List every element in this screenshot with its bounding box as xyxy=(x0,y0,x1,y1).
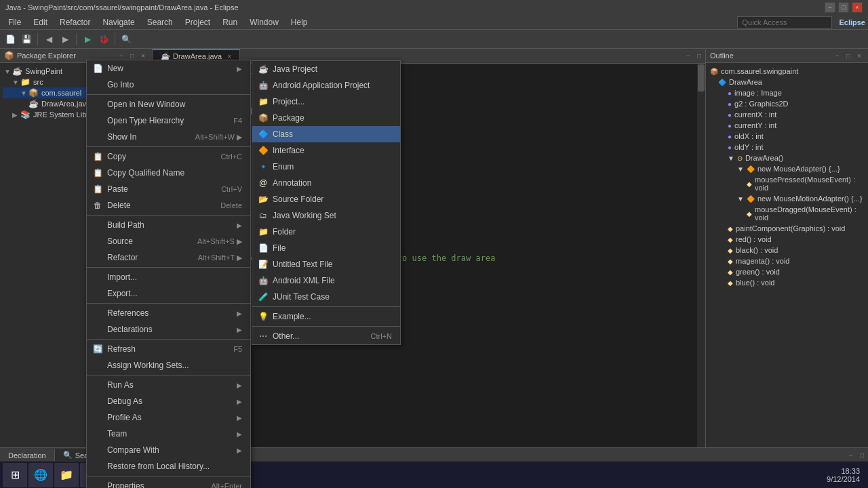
ctx-item-export[interactable]: Export... xyxy=(87,285,250,302)
ctx-item-copy[interactable]: 📋 Copy Ctrl+C xyxy=(87,148,250,165)
submenu-java-project[interactable]: ☕ Java Project xyxy=(252,61,400,77)
editor-minimize[interactable]: − xyxy=(684,52,693,61)
menu-run[interactable]: Run xyxy=(217,16,243,28)
submenu-annotation[interactable]: @ Annotation xyxy=(252,175,400,191)
menu-edit[interactable]: Edit xyxy=(28,16,53,28)
menu-refactor[interactable]: Refactor xyxy=(54,16,96,28)
submenu-interface[interactable]: 🔶 Interface xyxy=(252,142,400,159)
ctx-item-show-in[interactable]: Show In Alt+Shift+W ▶ xyxy=(87,129,250,145)
submenu-project[interactable]: 📁 Project... xyxy=(252,94,400,110)
outline-item-currentx[interactable]: ● currentX : int xyxy=(709,109,865,120)
outline-item-motionadapter[interactable]: ▼ 🔶 new MouseMotionAdapter() {...} xyxy=(709,193,865,204)
ctx-item-declarations[interactable]: Declarations ▶ xyxy=(87,321,250,338)
menu-navigate[interactable]: Navigate xyxy=(97,16,140,28)
taskbar-explorer[interactable]: 📁 xyxy=(54,463,79,487)
outline-item-currenty[interactable]: ● currentY : int xyxy=(709,120,865,131)
submenu-working-set[interactable]: 🗂 Java Working Set xyxy=(252,207,400,224)
submenu-enum[interactable]: 🔹 Enum xyxy=(252,159,400,175)
ctx-item-open-type-hierarchy[interactable]: Open Type Hierarchy F4 xyxy=(87,113,250,129)
submenu-android-project[interactable]: 🤖 Android Application Project xyxy=(252,77,400,94)
toolbar-save[interactable]: 💾 xyxy=(19,32,34,47)
menu-search[interactable]: Search xyxy=(142,16,178,28)
ctx-item-copy-qualified[interactable]: 📋 Copy Qualified Name xyxy=(87,165,250,181)
toolbar-debug[interactable]: 🐞 xyxy=(96,32,111,47)
ctx-item-import[interactable]: Import... xyxy=(87,269,250,285)
ctx-item-refactor[interactable]: Refactor Alt+Shift+T ▶ xyxy=(87,249,250,266)
toolbar-new[interactable]: 📄 xyxy=(3,32,18,47)
outline-item-image[interactable]: ● image : Image xyxy=(709,87,865,98)
bottom-minimize[interactable]: − xyxy=(846,451,856,460)
submenu-folder[interactable]: 📁 Folder xyxy=(252,224,400,240)
submenu-android-xml[interactable]: 🤖 Android XML File xyxy=(252,272,400,289)
outline-item-g2[interactable]: ● g2 : Graphics2D xyxy=(709,98,865,109)
ctx-item-run-as[interactable]: Run As ▶ xyxy=(87,377,250,393)
ctx-item-source[interactable]: Source Alt+Shift+S ▶ xyxy=(87,233,250,249)
outline-maximize[interactable]: □ xyxy=(844,51,853,60)
outline-minimize[interactable]: − xyxy=(833,51,842,60)
outline-close[interactable]: × xyxy=(854,51,864,60)
toolbar-run[interactable]: ▶ xyxy=(80,32,95,47)
outline-item-black[interactable]: ◆ black() : void xyxy=(709,245,865,256)
ctx-item-references[interactable]: References ▶ xyxy=(87,305,250,321)
outline-item-mouseadapter[interactable]: ▼ 🔶 new MouseAdapter() {...} xyxy=(709,163,865,174)
ctx-item-open-new-window[interactable]: Open in New Window xyxy=(87,96,250,113)
outline-item-drawarea-ctor[interactable]: ▼ ⊙ DrawArea() xyxy=(709,152,865,163)
close-button[interactable]: × xyxy=(852,2,863,13)
ctx-item-debug-as[interactable]: Debug As ▶ xyxy=(87,393,250,409)
ctx-item-go-into[interactable]: Go Into xyxy=(87,77,250,93)
submenu-other[interactable]: ⋯ Other... Ctrl+N xyxy=(252,328,400,344)
taskbar-start[interactable]: ⊞ xyxy=(3,463,27,487)
menu-project[interactable]: Project xyxy=(180,16,216,28)
outline-item-green[interactable]: ◆ green() : void xyxy=(709,266,865,277)
editor-scrollbar[interactable] xyxy=(697,64,705,447)
ctx-item-new[interactable]: 📄 New ▶ ☕ Java Project 🤖 xyxy=(87,60,250,77)
submenu-source-folder[interactable]: 📂 Source Folder xyxy=(252,191,400,207)
submenu-class[interactable]: 🔷 Class xyxy=(252,126,400,142)
ctx-item-build-path[interactable]: Build Path ▶ xyxy=(87,217,250,233)
toolbar-back[interactable]: ◀ xyxy=(41,32,56,47)
ctx-item-properties[interactable]: Properties Alt+Enter xyxy=(87,478,250,488)
tab-close[interactable]: × xyxy=(227,53,231,60)
pkg-explorer-close[interactable]: × xyxy=(138,51,148,60)
outline-item-red[interactable]: ◆ red() : void xyxy=(709,234,865,245)
editor-maximize[interactable]: □ xyxy=(694,52,704,61)
taskbar-browser-ie[interactable]: 🌐 xyxy=(28,463,53,487)
outline-item-blue[interactable]: ◆ blue() : void xyxy=(709,277,865,288)
pkg-explorer-minimize[interactable]: − xyxy=(117,51,126,60)
pkg-explorer-maximize[interactable]: □ xyxy=(127,51,137,60)
outline-item-paint[interactable]: ◆ paintComponent(Graphics) : void xyxy=(709,223,865,234)
ctx-item-restore-local[interactable]: Restore from Local History... xyxy=(87,458,250,474)
ctx-item-team[interactable]: Team ▶ xyxy=(87,426,250,442)
outline-item-oldx[interactable]: ● oldX : int xyxy=(709,131,865,142)
outline-item-mousepressed[interactable]: ◆ mousePressed(MouseEvent) : void xyxy=(709,174,865,193)
working-sets-icon xyxy=(92,360,103,371)
outline-item-drawarea-class[interactable]: 🔷 DrawArea xyxy=(709,77,865,87)
ctx-item-profile-as[interactable]: Profile As ▶ xyxy=(87,409,250,426)
toolbar-forward[interactable]: ▶ xyxy=(58,32,73,47)
submenu-example[interactable]: 💡 Example... xyxy=(252,308,400,325)
ctx-item-delete[interactable]: 🗑 Delete Delete xyxy=(87,197,250,214)
submenu-untitled-text-file[interactable]: 📝 Untitled Text File xyxy=(252,256,400,272)
quick-access-input[interactable] xyxy=(737,16,832,28)
ctx-item-refresh[interactable]: 🔄 Refresh F5 xyxy=(87,341,250,357)
menu-help[interactable]: Help xyxy=(285,16,313,28)
bottom-maximize[interactable]: □ xyxy=(857,451,867,460)
ctx-item-assign-working-sets[interactable]: Assign Working Sets... xyxy=(87,357,250,373)
menu-file[interactable]: File xyxy=(3,16,26,28)
maximize-button[interactable]: □ xyxy=(838,2,849,13)
outline-item-magenta[interactable]: ◆ magenta() : void xyxy=(709,256,865,266)
minimize-button[interactable]: − xyxy=(825,2,835,13)
outline-item-package[interactable]: 📦 com.ssaurel.swingpaint xyxy=(709,66,865,77)
profile-as-icon xyxy=(92,412,103,423)
outline-item-oldy[interactable]: ● oldY : int xyxy=(709,142,865,152)
submenu-junit[interactable]: 🧪 JUnit Test Case xyxy=(252,289,400,305)
ctx-item-paste[interactable]: 📋 Paste Ctrl+V xyxy=(87,181,250,197)
submenu-package[interactable]: 📦 Package xyxy=(252,110,400,126)
toolbar-search[interactable]: 🔍 xyxy=(119,32,134,47)
tab-declaration[interactable]: Declaration xyxy=(0,449,55,462)
submenu-file[interactable]: 📄 File xyxy=(252,240,400,256)
ctx-item-compare-with[interactable]: Compare With ▶ xyxy=(87,442,250,458)
menu-window[interactable]: Window xyxy=(244,16,284,28)
project-icon: 📁 xyxy=(258,96,269,107)
outline-item-mousedragged[interactable]: ◆ mouseDragged(MouseEvent) : void xyxy=(709,204,865,223)
